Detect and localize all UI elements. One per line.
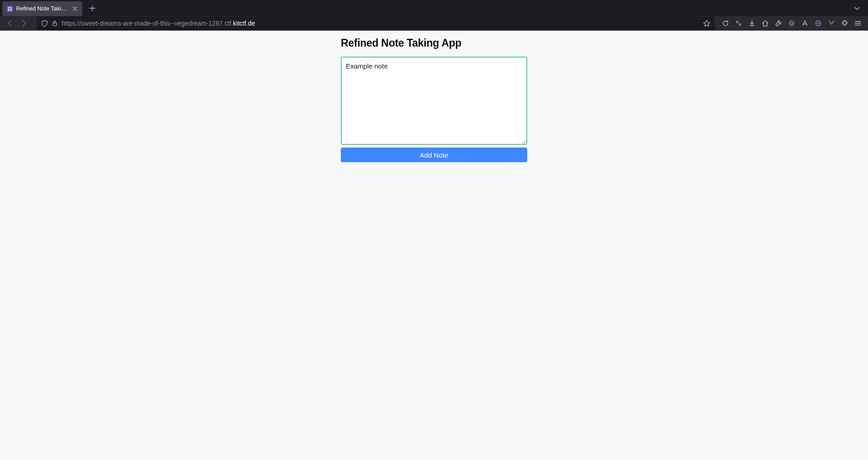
home-icon[interactable] [758,17,772,30]
new-tab-button[interactable] [86,2,99,15]
extensions-icon[interactable] [838,17,851,30]
tab-title: Refined Note Taking App [16,5,69,12]
tabs-dropdown-icon[interactable] [851,2,863,15]
menu-icon[interactable] [851,17,864,30]
font-icon[interactable] [798,17,811,30]
svg-rect-3 [8,9,9,11]
svg-rect-1 [8,7,9,8]
favicon-icon [6,5,13,12]
reload-icon[interactable] [719,17,732,30]
close-icon[interactable] [71,5,79,12]
svg-point-6 [790,22,793,25]
add-note-button[interactable]: Add Note [341,148,527,162]
globe-icon[interactable] [811,17,825,30]
page-content: Refined Note Taking App Add Note [0,31,868,460]
tab-strip: Refined Note Taking App [0,0,868,16]
wrench-icon[interactable] [772,17,785,30]
main-container: Refined Note Taking App Add Note [341,31,527,162]
chevron-down-icon[interactable] [825,17,838,30]
download-icon[interactable] [745,17,758,30]
note-input[interactable] [341,57,527,145]
svg-rect-0 [6,5,12,11]
svg-rect-2 [10,7,11,8]
toolbar-icons [719,17,864,30]
forward-button[interactable] [17,17,30,30]
back-button[interactable] [4,17,16,30]
network-icon[interactable] [732,17,745,30]
url-text: https://sweet-dreams-are-made-of-this--v… [62,20,699,27]
lock-icon[interactable] [52,20,58,26]
browser-toolbar: https://sweet-dreams-are-made-of-this--v… [0,16,868,31]
svg-rect-4 [10,9,11,11]
svg-rect-5 [53,23,57,26]
bookmark-star-icon[interactable] [703,20,710,27]
debug-icon[interactable] [785,17,798,30]
page-title: Refined Note Taking App [341,37,527,49]
shield-icon[interactable] [41,20,48,27]
browser-tab[interactable]: Refined Note Taking App [2,1,82,16]
url-bar[interactable]: https://sweet-dreams-are-made-of-this--v… [37,16,715,30]
